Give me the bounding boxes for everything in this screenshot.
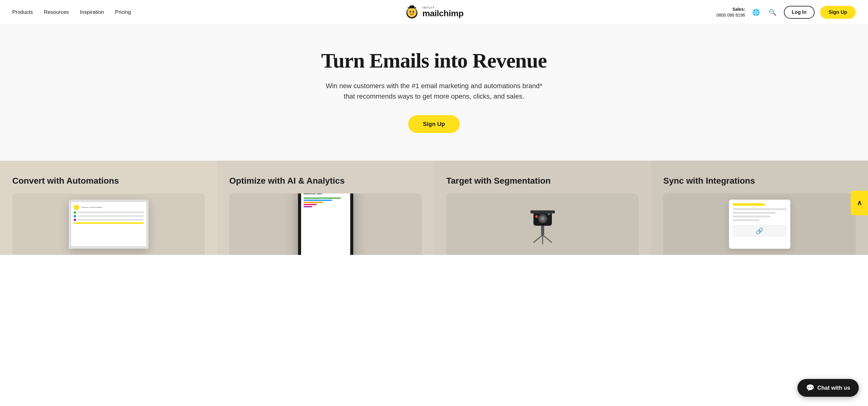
freddie-icon — [405, 5, 419, 20]
laptop-screen: Customer Journey Builder — [71, 202, 146, 246]
laptop-mockup: Customer Journey Builder — [69, 200, 149, 249]
feature-integrations-image: 🔗 — [663, 194, 856, 255]
bar-3 — [304, 202, 323, 203]
tablet-bar-3 — [733, 212, 776, 214]
tablet-bar-2 — [733, 208, 787, 210]
tablet-icon-area: 🔗 — [733, 225, 787, 237]
globe-button[interactable]: 🌐 — [751, 7, 762, 18]
svg-point-5 — [413, 11, 414, 12]
laptop-label: Customer Journey Builder — [81, 206, 102, 208]
tablet-bar-5 — [733, 219, 760, 221]
feature-automations-image: Customer Journey Builder — [12, 194, 205, 255]
feature-automations-title: Convert with Automations — [12, 175, 205, 186]
hero-section: Turn Emails into Revenue Win new custome… — [0, 25, 868, 161]
feature-analytics-image: Reports View campaign Seasonal Sale — [229, 194, 422, 255]
login-button[interactable]: Log In — [784, 6, 815, 19]
laptop-row-4 — [74, 219, 144, 221]
mailchimp-label: mailchimp — [422, 9, 463, 18]
navbar: Products Resources Inspiration Pricing I… — [0, 0, 868, 25]
laptop-row-3 — [74, 215, 144, 218]
laptop-avatar — [74, 205, 79, 210]
svg-rect-8 — [409, 5, 414, 8]
text-line-3 — [78, 219, 144, 221]
freddie-side-widget[interactable]: ∧ — [851, 191, 868, 215]
svg-point-4 — [410, 11, 411, 12]
search-button[interactable]: 🔍 — [767, 7, 778, 18]
nav-inspiration[interactable]: Inspiration — [80, 9, 104, 16]
feature-segmentation-image — [446, 194, 639, 255]
features-section: Convert with Automations Customer Journe… — [0, 161, 868, 255]
tablet-bar-4 — [733, 215, 770, 218]
brand-name: INTUIT mailchimp — [422, 6, 463, 18]
svg-point-6 — [411, 12, 412, 13]
sales-label: Sales: — [716, 6, 745, 12]
hero-subtitle: Win new customers with the #1 email mark… — [320, 81, 548, 102]
feature-segmentation-title: Target with Segmentation — [446, 175, 639, 186]
svg-line-16 — [533, 235, 542, 242]
text-line-1 — [78, 212, 144, 213]
svg-rect-11 — [530, 210, 555, 213]
sales-number: 0800 086 8196 — [716, 12, 745, 18]
sales-info: Sales: 0800 086 8196 — [716, 6, 745, 18]
feature-segmentation: Target with Segmentation — [434, 161, 651, 255]
svg-point-19 — [535, 215, 538, 218]
camera-illustration — [524, 200, 561, 249]
feature-analytics-title: Optimize with AI & Analytics — [229, 175, 422, 186]
feature-analytics: Optimize with AI & Analytics Reports Vie… — [217, 161, 434, 255]
yellow-line — [74, 222, 144, 224]
blue-dot — [74, 215, 76, 218]
hero-signup-button[interactable]: Sign Up — [408, 115, 460, 133]
sale-label: Seasonal Sale — [304, 194, 348, 195]
laptop-row-1: Customer Journey Builder — [74, 205, 144, 210]
bar-4 — [304, 204, 317, 205]
purple-dot — [74, 219, 76, 221]
svg-point-14 — [541, 217, 544, 220]
search-icon: 🔍 — [769, 9, 777, 16]
laptop-row-2 — [74, 211, 144, 214]
signup-nav-button[interactable]: Sign Up — [820, 6, 856, 19]
nav-left: Products Resources Inspiration Pricing — [12, 9, 131, 16]
svg-rect-20 — [547, 213, 550, 215]
nav-pricing[interactable]: Pricing — [115, 9, 131, 16]
svg-point-1 — [407, 7, 416, 17]
text-line-2 — [78, 215, 144, 217]
svg-line-17 — [542, 235, 552, 242]
phone-mockup: Reports View campaign Seasonal Sale — [298, 194, 353, 255]
laptop-row-5 — [74, 222, 144, 224]
nav-right: Sales: 0800 086 8196 🌐 🔍 Log In Sign Up — [716, 6, 856, 19]
hero-title: Turn Emails into Revenue — [321, 49, 547, 72]
globe-icon: 🌐 — [752, 9, 760, 16]
svg-line-9 — [412, 5, 413, 5]
tablet-bar-1 — [733, 203, 765, 206]
feature-automations: Convert with Automations Customer Journe… — [0, 161, 217, 255]
nav-resources[interactable]: Resources — [44, 9, 69, 16]
bar-2 — [304, 200, 332, 201]
connect-icon: 🔗 — [756, 227, 763, 235]
feature-integrations: Sync with Integrations 🔗 — [651, 161, 868, 255]
freddie-widget-icon: ∧ — [857, 199, 862, 207]
feature-integrations-title: Sync with Integrations — [663, 175, 856, 186]
tablet-mockup: 🔗 — [729, 200, 790, 249]
green-dot-1 — [74, 211, 76, 214]
svg-rect-15 — [541, 226, 544, 235]
phone-screen: Reports View campaign Seasonal Sale — [301, 194, 350, 255]
bar-1 — [304, 198, 341, 199]
nav-products[interactable]: Products — [12, 9, 33, 16]
bar-5 — [304, 206, 312, 207]
brand-logo[interactable]: INTUIT mailchimp — [405, 5, 463, 20]
